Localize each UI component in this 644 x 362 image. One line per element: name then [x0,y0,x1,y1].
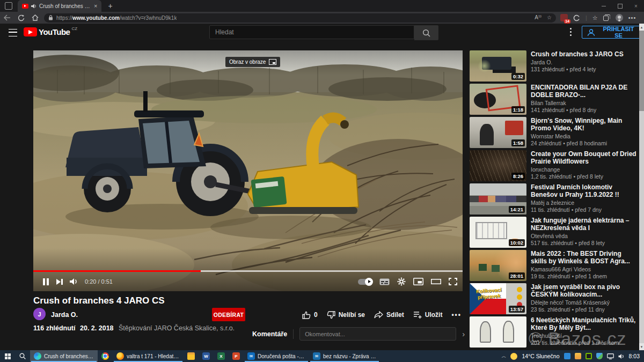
browser-profile-avatar[interactable] [616,14,623,21]
video-thumbnail[interactable]: 14:21 [470,183,526,215]
collections-icon[interactable] [603,14,610,21]
refresh-icon[interactable] [14,14,28,21]
taskbar-clock[interactable]: 8:03 [629,353,640,359]
video-title[interactable]: Mais 2022 : The BEST Driving skills by W… [531,250,637,265]
video-title[interactable]: Bjorn's Snow, Winnipeg, Main Promo Video… [531,117,637,132]
like-button[interactable]: 0 [302,311,318,319]
related-video[interactable]: 28:01 Mais 2022 : The BEST Driving skill… [470,250,637,281]
page-scrollbar[interactable]: ▲ ▼ [639,24,644,350]
video-title[interactable]: Jak funguje jaderná elektrárna – NEZkres… [531,217,637,232]
volume-icon[interactable] [67,278,80,285]
video-thumbnail[interactable]: 1:18 [470,84,526,115]
subscribe-button[interactable]: ODEBÍRAT [212,308,245,321]
more-actions-icon[interactable]: ••• [451,311,462,319]
taskbar-explorer-icon[interactable] [184,350,199,362]
video-title[interactable]: ENCINTADORA BILAN PJ2A DE DOBLE BRAZO-..… [531,84,637,99]
pause-button[interactable] [39,278,53,286]
autoplay-toggle[interactable] [358,279,372,285]
taskbar-chrome-icon[interactable] [98,350,113,362]
address-bar[interactable]: https://www.youtube.com/watch?v=r3whnuD9… [44,13,556,23]
browser-essentials-icon[interactable] [573,14,580,21]
theater-mode-icon[interactable] [431,278,441,285]
scrollbar-thumb[interactable] [639,31,644,111]
video-title[interactable]: Jak jsem vyráběl box na pivo ČESKÝM kolí… [531,283,637,298]
progress-bar[interactable] [33,270,463,272]
back-icon[interactable] [0,14,14,21]
taskbar-message-window[interactable]: ✉ bez názvu - Zpráva (H... [309,350,380,362]
channel-name[interactable]: Jarda O. [51,311,78,319]
browser-tab[interactable]: Crush of branches 4 JARO C × [18,0,101,12]
scroll-down-icon[interactable]: ▼ [639,343,644,350]
favorites-icon[interactable]: ☆ [592,14,598,21]
related-video[interactable]: Kolíkovací přípravek13:57 Jak jsem vyráb… [470,283,637,314]
taskbar-firefox-window[interactable]: valtra t 171 - Hledat G... [113,350,184,362]
next-button[interactable] [53,278,67,285]
video-title[interactable]: Create your Own Bouquet of Dried Prairie… [531,150,637,165]
search-input[interactable] [209,25,414,39]
video-title[interactable]: Crush of branches 3 JARO CS [531,50,637,58]
volume-tray-icon[interactable] [618,353,625,359]
related-video[interactable]: 14:21 Festival Parních lokomotiv Benešov… [470,183,637,215]
window-maximize-icon[interactable] [612,0,628,12]
defender-tray-icon[interactable] [596,353,603,359]
hamburger-menu-icon[interactable] [9,29,17,36]
add-favorite-icon[interactable]: ☆ [547,14,552,20]
app-tray-icon[interactable] [564,353,570,359]
channel-avatar[interactable]: J [33,308,46,320]
nvidia-tray-icon[interactable] [586,353,592,359]
save-button[interactable]: Uložit [413,311,443,319]
video-frame[interactable] [33,50,463,291]
video-thumbnail[interactable] [470,316,526,348]
share-button[interactable]: Sdílet [374,311,404,319]
related-video[interactable]: 1:58 Bjorn's Snow, Winnipeg, Main Promo … [470,117,637,148]
video-title[interactable]: Festival Parních lokomotiv Benešov u Pra… [531,183,637,198]
lock-icon[interactable] [48,15,53,20]
youtube-settings-kebab-icon[interactable] [570,28,572,38]
search-button[interactable] [414,25,438,40]
tab-audio-icon[interactable] [31,4,36,9]
related-video[interactable]: 0:32 Crush of branches 3 JARO CSJarda O.… [470,50,637,82]
weather-sun-icon[interactable] [510,353,517,360]
video-thumbnail[interactable]: 1:58 [470,117,526,148]
video-thumbnail[interactable]: 10:02 [470,217,526,248]
comment-input[interactable] [299,327,456,341]
signin-button[interactable]: PŘIHLÁSIT SE [582,26,644,39]
fullscreen-icon[interactable] [449,278,457,285]
miniplayer-icon[interactable] [413,278,423,285]
taskbar-search-icon[interactable] [15,350,30,362]
taskbar-edge-window[interactable]: Crush of branches 4 J... [30,350,98,362]
scroll-up-icon[interactable]: ▲ [639,24,644,31]
video-thumbnail[interactable]: Kolíkovací přípravek13:57 [470,283,526,314]
picture-in-picture-button[interactable]: Obraz v obraze [225,57,280,67]
hidden-ic8ons-chevron-icon[interactable]: ︿ [501,353,506,360]
window-minimize-icon[interactable] [596,0,612,12]
video-thumbnail[interactable]: 28:01 [470,250,526,281]
video-thumbnail[interactable]: 8:26 [470,150,526,181]
url-text[interactable]: https://www.youtube.com/watch?v=r3whnuD9… [56,15,177,21]
read-aloud-icon[interactable]: A))) [535,14,541,20]
display-tray-icon[interactable] [607,353,614,359]
related-video[interactable]: 10:02 Jak funguje jaderná elektrárna – N… [470,217,637,248]
comments-expand-icon[interactable]: › [462,329,465,338]
home-icon[interactable] [28,14,42,21]
related-video[interactable]: 1:18 ENCINTADORA BILAN PJ2A DE DOBLE BRA… [470,84,637,115]
tab-close-icon[interactable]: × [94,3,97,9]
browser-menu-icon[interactable]: ••• [628,14,636,21]
subtitles-icon[interactable] [379,278,390,285]
related-video[interactable]: 8:26 Create your Own Bouquet of Dried Pr… [470,150,637,181]
video-thumbnail[interactable]: 0:32 [470,50,526,82]
window-close-icon[interactable]: × [628,0,644,12]
video-player[interactable]: Obraz v obraze 0:20 / 0:51 [33,50,463,291]
taskbar-excel-icon[interactable]: X [214,350,229,362]
new-tab-icon[interactable]: + [108,2,112,10]
dislike-button[interactable]: Nelíbí se [327,311,365,319]
weather-text[interactable]: 14°C Slunečno [522,353,559,359]
taskbar-word-icon[interactable]: W [199,350,214,362]
taskbar-outlook-window[interactable]: ✉ Doručená pošta - Mic... [244,350,309,362]
extension-icon[interactable]: 14 [560,14,568,21]
settings-gear-icon[interactable] [397,277,406,286]
tab-actions-icon[interactable] [5,2,12,10]
start-button[interactable] [0,350,15,362]
taskbar-powerpoint-icon[interactable]: P [229,350,244,362]
youtube-logo[interactable]: YouTube CZ [24,27,77,36]
